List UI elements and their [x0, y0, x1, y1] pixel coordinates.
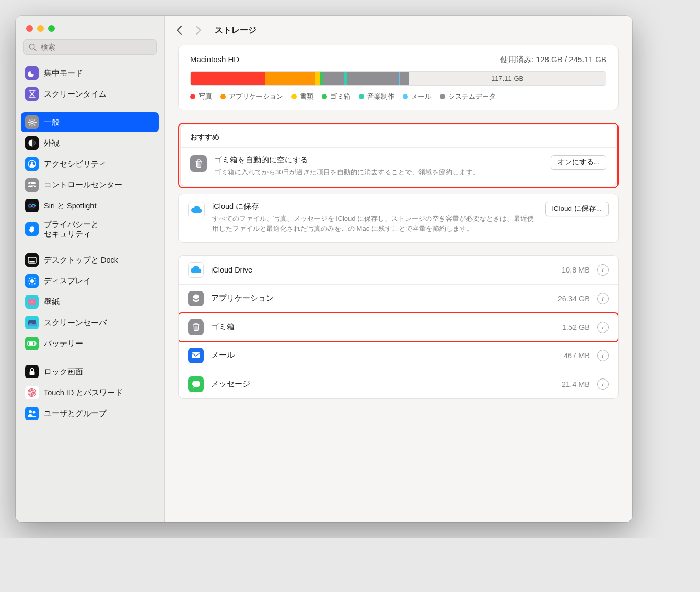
- category-size: 26.34 GB: [558, 294, 590, 303]
- sidebar-item[interactable]: Touch ID とパスワード: [21, 383, 159, 402]
- sidebar-item[interactable]: 外観: [21, 133, 159, 153]
- category-row[interactable]: アプリケーション26.34 GBi: [179, 285, 618, 313]
- sun-icon: [25, 274, 39, 288]
- gear-icon: [25, 115, 39, 129]
- legend-dot: [440, 94, 445, 99]
- storage-segment: [191, 72, 265, 85]
- legend-item: ゴミ箱: [322, 92, 351, 101]
- wallpaper-icon: [25, 295, 39, 309]
- storage-panel: Macintosh HD 使用済み: 128 GB / 245.11 GB 11…: [178, 45, 619, 110]
- search-input[interactable]: [41, 43, 151, 51]
- recommend-desc: すべてのファイル、写真、メッセージを iCloud に保存し、ストレージの空き容…: [212, 214, 538, 234]
- sidebar-item-label: スクリーンセーバ: [44, 318, 107, 327]
- legend-dot: [403, 94, 408, 99]
- window-controls: [16, 16, 164, 39]
- svg-point-15: [31, 301, 33, 303]
- sidebar-item[interactable]: 一般: [21, 112, 159, 132]
- minimize-button[interactable]: [37, 25, 44, 32]
- trash-icon: [188, 319, 204, 335]
- sidebar-item-label: デスクトップと Dock: [44, 255, 118, 265]
- info-button[interactable]: i: [597, 264, 609, 276]
- topbar: ストレージ: [165, 16, 632, 45]
- trash-icon: [190, 155, 207, 172]
- page-title: ストレージ: [215, 25, 256, 36]
- category-size: 1.52 GB: [562, 323, 590, 331]
- sidebar-item-label: Siri と Spotlight: [44, 201, 96, 210]
- zoom-button[interactable]: [48, 25, 55, 32]
- sidebar-item[interactable]: デスクトップと Dock: [21, 250, 159, 270]
- category-size: 467 MB: [564, 351, 590, 360]
- legend-item: 音楽制作: [359, 92, 394, 101]
- legend-label: システムデータ: [448, 92, 496, 101]
- sidebar-item-label: 壁紙: [44, 297, 60, 306]
- category-highlight: ゴミ箱1.52 GBi: [178, 312, 619, 342]
- svg-rect-19: [36, 342, 37, 345]
- legend-item: 書類: [291, 92, 313, 101]
- category-row[interactable]: ゴミ箱1.52 GBi: [179, 313, 618, 341]
- storage-free-label: 117.11 GB: [409, 72, 606, 85]
- forward-button: [191, 23, 205, 38]
- sidebar-separator: [21, 105, 159, 112]
- sidebar-item-label: スクリーンタイム: [44, 89, 107, 99]
- svg-rect-6: [28, 182, 36, 184]
- message-icon: [188, 376, 204, 392]
- sidebar-item[interactable]: ユーザとグループ: [21, 404, 159, 423]
- sidebar-item-label: 一般: [44, 117, 60, 127]
- category-row[interactable]: iCloud Drive10.8 MBi: [179, 256, 618, 285]
- sidebar-item[interactable]: Siri と Spotlight: [21, 196, 159, 216]
- recommend-row-empty-trash: ゴミ箱を自動的に空にする ゴミ箱に入れてから30日が過ぎた項目を自動的に消去する…: [181, 147, 616, 186]
- lock-icon: [25, 365, 39, 378]
- sidebar-item[interactable]: 壁紙: [21, 292, 159, 312]
- sliders-icon: [25, 178, 39, 192]
- info-button[interactable]: i: [597, 350, 609, 361]
- sidebar-item-label: ロック画面: [44, 367, 83, 376]
- category-row[interactable]: メッセージ21.4 MBi: [179, 370, 618, 398]
- svg-rect-7: [28, 186, 36, 188]
- icloud-save-button[interactable]: iCloud に保存...: [545, 202, 609, 216]
- sidebar-item[interactable]: アクセシビリティ: [21, 154, 159, 174]
- info-button[interactable]: i: [597, 293, 609, 304]
- recommend-heading: おすすめ: [181, 125, 616, 147]
- category-label: iCloud Drive: [211, 266, 554, 274]
- chevron-left-icon: [177, 26, 182, 35]
- back-button[interactable]: [172, 23, 186, 38]
- sidebar-separator: [21, 243, 159, 250]
- category-row[interactable]: メール467 MBi: [179, 341, 618, 370]
- sidebar-item[interactable]: バッテリー: [21, 334, 159, 353]
- storage-segment: [265, 72, 315, 85]
- recommend-desc: ゴミ箱に入れてから30日が過ぎた項目を自動的に消去することで、領域を節約します。: [214, 167, 543, 177]
- sidebar-item[interactable]: コントロールセンター: [21, 175, 159, 195]
- sidebar-item-label: Touch ID とパスワード: [44, 388, 123, 397]
- enable-button[interactable]: オンにする...: [551, 155, 606, 170]
- users-icon: [25, 407, 39, 420]
- storage-segment: [315, 72, 320, 85]
- chevron-right-icon: [195, 26, 201, 35]
- cloud-icon: [188, 202, 205, 218]
- sidebar-item[interactable]: スクリーンセーバ: [21, 313, 159, 333]
- info-button[interactable]: i: [597, 322, 609, 333]
- sidebar-list[interactable]: 集中モードスクリーンタイム一般外観アクセシビリティコントロールセンターSiri …: [16, 60, 164, 522]
- usage-label: 使用済み: 128 GB / 245.11 GB: [500, 55, 606, 65]
- close-button[interactable]: [26, 25, 33, 32]
- recommend-highlight: おすすめ ゴミ箱を自動的に空にする ゴミ箱に入れてから30日が過ぎた項目を自動的…: [178, 123, 619, 188]
- svg-rect-18: [29, 342, 33, 345]
- sidebar-item[interactable]: スクリーンタイム: [21, 84, 159, 104]
- sidebar-item[interactable]: プライバシーと セキュリティ: [21, 217, 159, 242]
- sidebar-item[interactable]: ロック画面: [21, 362, 159, 382]
- sidebar-item-label: 外観: [44, 138, 60, 148]
- content-scroll[interactable]: Macintosh HD 使用済み: 128 GB / 245.11 GB 11…: [165, 45, 632, 522]
- sidebar-item[interactable]: 集中モード: [21, 63, 159, 83]
- category-label: ゴミ箱: [211, 322, 555, 332]
- person-icon: [25, 157, 39, 171]
- storage-legend: 写真アプリケーション書類ゴミ箱音楽制作メールシステムデータ: [190, 92, 606, 101]
- search-field[interactable]: [23, 39, 157, 55]
- recommend-title: iCloud に保存: [212, 202, 538, 211]
- info-button[interactable]: i: [597, 378, 609, 390]
- legend-dot: [220, 94, 226, 99]
- fingerprint-icon: [25, 386, 39, 399]
- cloud-icon: [188, 262, 204, 278]
- sidebar-item[interactable]: ディスプレイ: [21, 271, 159, 291]
- category-size: 10.8 MB: [562, 266, 590, 274]
- category-label: アプリケーション: [211, 293, 551, 303]
- legend-label: メール: [411, 92, 431, 101]
